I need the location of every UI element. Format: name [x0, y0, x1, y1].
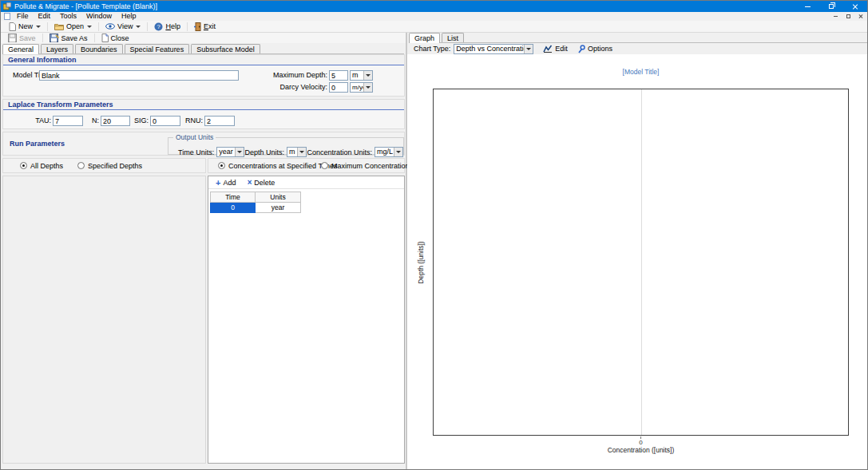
time-units-arrow-icon [235, 148, 244, 156]
radio-specified-depths[interactable]: Specified Depths [77, 162, 142, 170]
save-as-button[interactable]: Save As [46, 33, 92, 43]
close-icon [852, 3, 858, 10]
add-button[interactable]: + Add [216, 179, 236, 187]
maximum-depth-input[interactable] [329, 70, 348, 81]
menu-item-edit[interactable]: Edit [34, 12, 56, 21]
radio-unselected-icon [321, 162, 328, 169]
chart-area: [Model Title] Depth ([units]) 0 Concentr… [407, 54, 868, 470]
depth-units-label: Depth Units: [245, 148, 285, 156]
close-button[interactable] [843, 1, 867, 12]
tab-boundaries[interactable]: Boundaries [75, 44, 123, 53]
radio-maximum-concentrations[interactable]: Maximum Concentrations [321, 162, 413, 170]
concentration-units-label: Concentration Units: [307, 148, 372, 156]
new-button[interactable]: New [5, 22, 45, 32]
tab-special-features[interactable]: Special Features [125, 44, 190, 53]
time-units-select[interactable]: year [216, 147, 244, 157]
x-axis-label: Concentration ([units]) [433, 446, 849, 454]
n-input[interactable] [101, 116, 130, 126]
maximum-depth-unit-value: m [351, 71, 363, 80]
menu-item-file[interactable]: File [12, 12, 34, 21]
time-cell[interactable]: 0 [211, 203, 256, 213]
maximum-depth-unit-select[interactable]: m [350, 70, 373, 81]
tab-subsurface-model[interactable]: Subsurface Model [191, 44, 260, 53]
open-button[interactable]: Open [50, 22, 96, 32]
new-document-icon [9, 22, 16, 31]
app-icon[interactable] [3, 2, 11, 10]
darcy-velocity-unit-select[interactable]: m/year [350, 82, 373, 93]
delete-button-label: Delete [254, 179, 275, 187]
concentration-units-arrow-icon [394, 148, 402, 156]
edit-button[interactable]: Edit [543, 45, 568, 53]
concentration-units-value: mg/L [375, 148, 394, 156]
new-dropdown-arrow[interactable] [36, 26, 41, 28]
time-units-label: Time Units: [178, 148, 214, 156]
tab-list[interactable]: List [442, 33, 464, 42]
restore-button[interactable] [819, 1, 843, 12]
section-laplace-parameters: Laplace Transform Parameters TAU: N: SIG… [2, 99, 405, 129]
darcy-velocity-input[interactable] [329, 82, 348, 93]
save-button[interactable]: Save [4, 33, 40, 43]
view-eye-icon [105, 23, 115, 30]
model-title-input[interactable] [39, 70, 239, 81]
run-parameters-header: Run Parameters [10, 139, 65, 149]
depths-pane-empty [2, 176, 206, 464]
save-as-floppy-icon [50, 34, 59, 42]
window-controls [795, 1, 867, 12]
y-axis-label: Depth ([units]) [417, 241, 425, 283]
toolbar-separator [98, 22, 99, 31]
delete-button[interactable]: × Delete [247, 179, 275, 187]
mdi-child-icon[interactable] [4, 13, 10, 20]
radio-concentrations-at-specified-times[interactable]: Concentrations at Specified Times [218, 162, 338, 170]
save-as-button-label: Save As [61, 34, 88, 42]
view-button[interactable]: View [101, 22, 145, 32]
column-header-units: Units [256, 192, 301, 203]
laplace-parameters-header: Laplace Transform Parameters [3, 100, 404, 110]
exit-button[interactable]: Exit [190, 22, 220, 32]
menu-item-help[interactable]: Help [117, 12, 141, 21]
minimize-button[interactable] [795, 1, 819, 12]
units-cell[interactable]: year [256, 203, 301, 213]
add-plus-icon: + [216, 179, 220, 187]
new-button-label: New [18, 22, 33, 30]
mdi-close-button[interactable] [857, 13, 865, 20]
edit-chart-icon [543, 45, 553, 53]
output-units-fieldset: Output Units Time Units: year Depth Unit… [168, 133, 404, 155]
help-button-label: Help [165, 22, 180, 30]
chart-type-select[interactable]: Depth vs Concentration [454, 44, 533, 54]
mdi-restore-button[interactable] [844, 13, 852, 20]
menu-item-tools[interactable]: Tools [55, 12, 81, 21]
open-dropdown-arrow[interactable] [87, 26, 92, 28]
rnu-input[interactable] [204, 116, 235, 126]
chart-type-label: Chart Type: [414, 45, 450, 53]
rnu-label: RNU: [182, 116, 203, 126]
tab-layers[interactable]: Layers [41, 44, 73, 53]
view-dropdown-arrow[interactable] [136, 26, 141, 28]
all-depths-label: All Depths [30, 162, 63, 170]
minimize-icon [805, 6, 811, 7]
tab-general[interactable]: General [2, 44, 39, 54]
radio-all-depths[interactable]: All Depths [20, 162, 63, 170]
darcy-velocity-label: Darcy Velocity: [264, 82, 327, 93]
options-button[interactable]: Options [577, 45, 612, 53]
menu-item-window[interactable]: Window [81, 12, 117, 21]
tau-input[interactable] [53, 116, 83, 126]
help-button[interactable]: ? Help [150, 22, 184, 32]
window-title: Pollute & Migrate - [Pollute Template (B… [14, 2, 157, 10]
concentration-units-select[interactable]: mg/L [375, 147, 403, 157]
output-units-row: Time Units: year Depth Units: m Concentr… [168, 147, 403, 157]
app-window: Pollute & Migrate - [Pollute Template (B… [0, 0, 868, 470]
sig-input[interactable] [150, 116, 180, 126]
document-toolbar: Save Save As Close [1, 33, 406, 43]
tab-graph[interactable]: Graph [409, 33, 440, 43]
close-document-button[interactable]: Close [97, 33, 133, 43]
darcy-velocity-unit-arrow-icon [363, 83, 372, 92]
edit-button-label: Edit [555, 45, 568, 53]
mdi-minimize-button[interactable] [831, 13, 839, 20]
svg-text:?: ? [157, 23, 161, 30]
options-wrench-icon [577, 45, 585, 53]
save-button-label: Save [19, 34, 36, 42]
exit-door-icon [194, 22, 201, 31]
output-units-legend: Output Units [173, 133, 216, 141]
depth-units-select[interactable]: m [287, 147, 307, 157]
plot-area [433, 89, 849, 436]
